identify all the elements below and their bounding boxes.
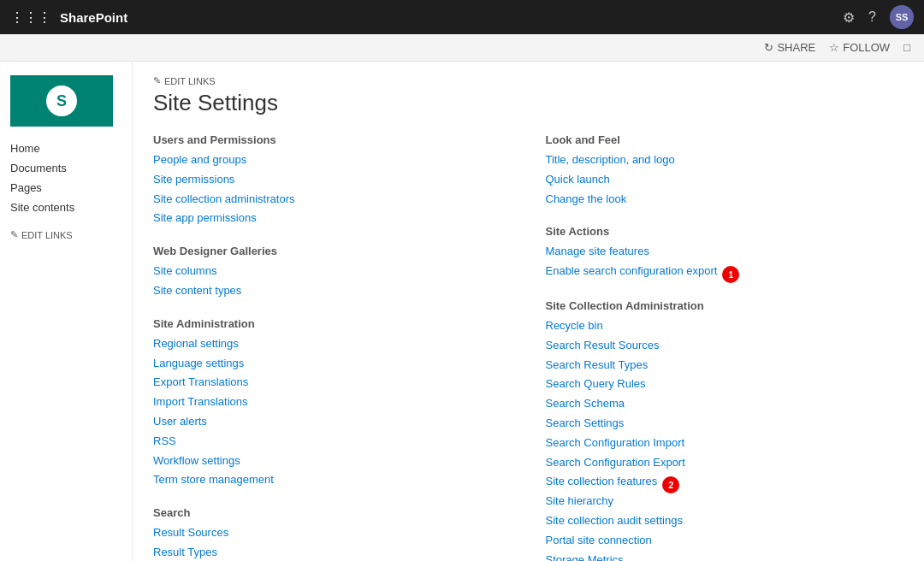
link-site-collection-features[interactable]: Site collection features <box>546 473 658 491</box>
section-users-permissions: Users and Permissions People and groups … <box>153 133 512 227</box>
link-change-look[interactable]: Change the look <box>546 191 904 209</box>
link-import-translations[interactable]: Import Translations <box>153 393 512 411</box>
link-user-alerts[interactable]: User alerts <box>153 413 512 431</box>
help-icon[interactable]: ? <box>868 9 876 25</box>
settings-grid: Users and Permissions People and groups … <box>153 133 903 561</box>
sidebar-item-documents[interactable]: Documents <box>10 160 121 176</box>
pencil-icon: ✎ <box>10 229 18 240</box>
link-rss[interactable]: RSS <box>153 433 512 451</box>
content-area: ✎ EDIT LINKS Site Settings Users and Per… <box>133 62 924 561</box>
section-heading-search: Search <box>153 506 512 519</box>
link-term-store[interactable]: Term store management <box>153 471 512 489</box>
section-site-collection-admin: Site Collection Administration Recycle b… <box>546 299 904 561</box>
sidebar-item-site-contents[interactable]: Site contents <box>10 199 121 216</box>
pencil-icon-top: ✎ <box>153 75 161 86</box>
share-action[interactable]: ↻ SHARE <box>764 41 815 54</box>
edit-links-top[interactable]: ✎ EDIT LINKS <box>153 75 903 86</box>
link-search-config-export[interactable]: Search Configuration Export <box>546 454 904 472</box>
link-portal-site-connection[interactable]: Portal site connection <box>546 532 904 550</box>
section-site-actions: Site Actions Manage site features Enable… <box>546 225 904 282</box>
link-audit-settings[interactable]: Site collection audit settings <box>546 512 904 530</box>
link-search-query-rules[interactable]: Search Query Rules <box>546 375 904 393</box>
follow-label: FOLLOW <box>843 41 890 54</box>
link-workflow-settings[interactable]: Workflow settings <box>153 452 512 470</box>
focus-action[interactable]: □ <box>903 41 910 54</box>
link-site-collection-admins[interactable]: Site collection administrators <box>153 191 512 209</box>
annotation-1: 1 <box>722 266 739 283</box>
link-title-desc-logo[interactable]: Title, description, and logo <box>546 151 904 169</box>
main-layout: S Home Documents Pages Site contents ✎ E… <box>0 62 924 561</box>
section-look-feel: Look and Feel Title, description, and lo… <box>546 133 904 208</box>
link-site-columns[interactable]: Site columns <box>153 263 512 280</box>
share-icon: ↻ <box>764 41 773 54</box>
link-result-types[interactable]: Result Types <box>153 544 512 561</box>
settings-icon[interactable]: ⚙ <box>843 9 855 26</box>
section-heading-site-admin: Site Administration <box>153 317 512 330</box>
user-avatar[interactable]: SS <box>890 5 914 29</box>
link-site-app-permissions[interactable]: Site app permissions <box>153 210 512 227</box>
link-recycle-bin[interactable]: Recycle bin <box>546 317 904 335</box>
follow-action[interactable]: ☆ FOLLOW <box>829 41 890 54</box>
top-bar-left: ⋮⋮⋮ SharePoint <box>10 9 127 26</box>
focus-icon: □ <box>903 41 910 54</box>
share-label: SHARE <box>777 41 815 54</box>
top-bar: ⋮⋮⋮ SharePoint ⚙ ? SS <box>0 0 924 34</box>
link-export-translations[interactable]: Export Translations <box>153 374 512 392</box>
app-name: SharePoint <box>60 10 127 25</box>
link-storage-metrics[interactable]: Storage Metrics <box>546 552 904 561</box>
sidebar-item-pages[interactable]: Pages <box>10 180 121 196</box>
sidebar-item-home[interactable]: Home <box>10 140 121 156</box>
breadcrumb-bar: ↻ SHARE ☆ FOLLOW □ <box>0 34 924 62</box>
link-quick-launch[interactable]: Quick launch <box>546 171 904 189</box>
link-language-settings[interactable]: Language settings <box>153 355 512 373</box>
section-heading-users: Users and Permissions <box>153 133 512 146</box>
section-web-designer: Web Designer Galleries Site columns Site… <box>153 245 512 300</box>
site-logo: S <box>10 75 113 127</box>
section-search: Search Result Sources Result Types Query… <box>153 506 512 561</box>
sidebar: S Home Documents Pages Site contents ✎ E… <box>0 62 133 561</box>
edit-links-top-label: EDIT LINKS <box>164 76 216 86</box>
link-search-settings-col[interactable]: Search Settings <box>546 415 904 433</box>
link-search-config-import[interactable]: Search Configuration Import <box>546 434 904 452</box>
sidebar-nav: Home Documents Pages Site contents <box>10 140 121 216</box>
link-search-result-sources[interactable]: Search Result Sources <box>546 337 904 355</box>
sidebar-edit-links[interactable]: ✎ EDIT LINKS <box>10 229 121 240</box>
page-title: Site Settings <box>153 90 903 116</box>
grid-icon[interactable]: ⋮⋮⋮ <box>10 9 51 26</box>
star-icon: ☆ <box>829 41 839 54</box>
link-site-collection-features-container: Site collection features 2 <box>546 473 904 493</box>
site-logo-letter: S <box>46 86 77 116</box>
section-heading-site-actions: Site Actions <box>546 225 904 238</box>
link-enable-search-config-export[interactable]: Enable search configuration export <box>546 263 718 280</box>
left-column: Users and Permissions People and groups … <box>153 133 512 561</box>
section-site-admin: Site Administration Regional settings La… <box>153 317 512 489</box>
link-regional-settings[interactable]: Regional settings <box>153 335 512 353</box>
link-search-schema[interactable]: Search Schema <box>546 395 904 413</box>
right-column: Look and Feel Title, description, and lo… <box>546 133 904 561</box>
link-manage-site-features[interactable]: Manage site features <box>546 243 904 261</box>
link-people-groups[interactable]: People and groups <box>153 151 512 169</box>
link-site-content-types[interactable]: Site content types <box>153 282 512 300</box>
link-site-hierarchy[interactable]: Site hierarchy <box>546 493 904 511</box>
top-bar-right: ⚙ ? SS <box>843 5 914 29</box>
link-enable-search-export-container: Enable search configuration export 1 <box>546 263 904 282</box>
annotation-2: 2 <box>662 476 679 493</box>
link-result-sources[interactable]: Result Sources <box>153 524 512 542</box>
link-search-result-types[interactable]: Search Result Types <box>546 357 904 375</box>
section-heading-look-feel: Look and Feel <box>546 133 904 146</box>
section-heading-web-designer: Web Designer Galleries <box>153 245 512 257</box>
link-site-permissions[interactable]: Site permissions <box>153 171 512 189</box>
edit-links-label: EDIT LINKS <box>21 230 73 240</box>
section-heading-site-collection-admin: Site Collection Administration <box>546 299 904 312</box>
